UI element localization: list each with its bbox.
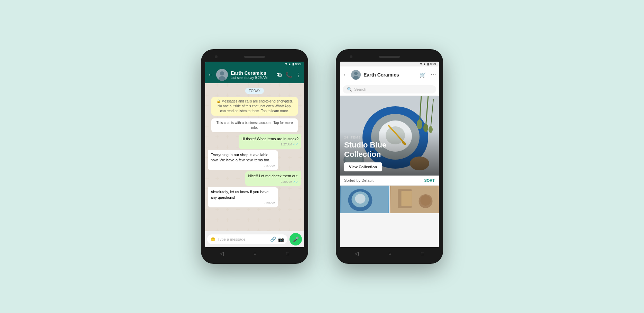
phone-top-bar-2: [340, 53, 439, 60]
msg-time-1: 9:27 AM ✓✓: [241, 142, 298, 147]
camera-1: [215, 55, 218, 58]
chat-body: TODAY 🔒 Messages and calls are end-to-en…: [205, 83, 304, 231]
products-grid: [340, 186, 439, 213]
svg-point-4: [354, 72, 358, 75]
msg-text: Absolutely, let us know if you have any …: [211, 189, 275, 200]
read-ticks: ✓✓: [293, 143, 298, 146]
mic-button[interactable]: 🎤: [289, 233, 302, 245]
msg-text: Everything in our shop is available now.…: [211, 152, 275, 163]
contact-name: Earth Ceramics: [231, 70, 274, 76]
message-input-field[interactable]: 🙂 Type a message... 🔗 📷: [207, 234, 287, 244]
msg-time-2: 9:27 AM: [211, 164, 275, 168]
msg-text: Nice!! Let me check them out.: [248, 173, 298, 179]
chat-header-info: Earth Ceramics last seen today 9:29 AM: [231, 70, 274, 80]
msg-time-4: 9:29 AM: [211, 201, 275, 205]
search-icon: 🔍: [347, 87, 352, 92]
shop-body: 24 ITEMS Studio BlueCollection View Coll…: [340, 96, 439, 247]
search-bar: 🔍 Search: [340, 83, 439, 96]
back-nav-icon-2[interactable]: ◁: [355, 251, 359, 256]
contact-avatar: [216, 69, 228, 81]
msg-received-1: Everything in our shop is available now.…: [208, 150, 278, 170]
svg-point-28: [355, 194, 366, 204]
cart-icon[interactable]: 🛒: [420, 71, 426, 78]
svg-point-33: [421, 195, 431, 206]
recents-nav-icon-2[interactable]: □: [421, 251, 424, 256]
camera-icon[interactable]: 📷: [278, 236, 284, 242]
bag-icon[interactable]: 🛍: [276, 72, 282, 78]
status-icons-1: ▾ ▲ ▮ 9:29: [285, 62, 301, 66]
signal-icon-2: ▲: [423, 62, 426, 66]
wifi-icon: ▾: [285, 62, 287, 66]
speaker-1: [244, 56, 265, 58]
chat-header-actions: 🛍 📞 ⋮: [276, 72, 301, 78]
collection-count: 24 ITEMS: [344, 136, 435, 139]
attach-icon[interactable]: 🔗: [270, 236, 276, 242]
shop-header: ← Earth Ceramics 🛒 ⋯: [340, 66, 439, 83]
search-placeholder: Search: [354, 87, 366, 91]
view-collection-button[interactable]: View Collection: [344, 162, 382, 171]
phone-top-bar-1: [205, 53, 304, 60]
speaker-2: [379, 56, 400, 58]
back-button[interactable]: ←: [208, 72, 213, 78]
sort-bar: Sorted by Default SORT: [340, 176, 439, 186]
status-icons-2: ▾ ▲ ▮ 9:29: [420, 62, 436, 66]
date-divider: TODAY: [208, 87, 301, 93]
svg-point-16: [417, 119, 422, 129]
time-display-2: 9:29: [430, 62, 436, 66]
business-notice[interactable]: This chat is with a business account. Ta…: [211, 118, 298, 132]
emoji-icon[interactable]: 🙂: [211, 237, 215, 242]
camera-2: [350, 55, 352, 58]
msg-sent-1: Hi there! What items are in stock? 9:27 …: [239, 134, 301, 149]
svg-point-17: [423, 124, 428, 132]
shop-name: Earth Ceramics: [364, 72, 417, 78]
contact-status: last seen today 9:29 AM: [231, 76, 274, 80]
phone-shop: ▾ ▲ ▮ 9:29 ← Earth Ceramics: [336, 49, 443, 264]
read-ticks-2: ✓✓: [293, 180, 298, 184]
chat-header: ← Earth Ceramics last seen today 9:29 AM…: [205, 66, 304, 83]
chat-input-bar: 🙂 Type a message... 🔗 📷 🎤: [205, 231, 304, 247]
collection-title: Studio BlueCollection: [344, 141, 435, 159]
phones-container: ▾ ▲ ▮ 9:29 ← Earth Ceramics: [201, 49, 443, 264]
input-placeholder: Type a message...: [218, 237, 249, 241]
phone-icon[interactable]: 📞: [285, 72, 292, 78]
status-bar-1: ▾ ▲ ▮ 9:29: [205, 62, 304, 66]
shop-more-icon[interactable]: ⋯: [431, 71, 436, 78]
phone-nav-2: ◁ ○ □: [340, 247, 439, 260]
phone-chat: ▾ ▲ ▮ 9:29 ← Earth Ceramics: [201, 49, 308, 264]
shop-avatar: [351, 70, 361, 80]
shop-back-button[interactable]: ←: [343, 72, 348, 78]
product-card-2[interactable]: [390, 186, 439, 213]
battery-icon-2: ▮: [427, 62, 429, 66]
encryption-notice[interactable]: 🔒 Messages and calls are end-to-end encr…: [211, 97, 298, 116]
svg-point-1: [220, 71, 224, 75]
time-display: 9:29: [295, 62, 301, 66]
back-nav-icon[interactable]: ◁: [220, 251, 224, 256]
msg-sent-2: Nice!! Let me check them out. 9:29 AM ✓✓: [245, 171, 301, 186]
wifi-icon-2: ▾: [420, 62, 422, 66]
sort-label: Sorted by Default: [344, 178, 374, 182]
svg-rect-31: [402, 191, 412, 206]
home-nav-icon-2[interactable]: ○: [388, 251, 391, 256]
collection-banner: 24 ITEMS Studio BlueCollection View Coll…: [340, 96, 439, 176]
signal-icon: ▲: [288, 62, 291, 66]
battery-icon: ▮: [292, 62, 294, 66]
shop-header-actions: 🛒 ⋯: [420, 71, 436, 78]
sort-button[interactable]: SORT: [424, 178, 435, 182]
home-nav-icon[interactable]: ○: [254, 251, 256, 256]
recents-nav-icon[interactable]: □: [286, 251, 289, 256]
msg-text: Hi there! What items are in stock?: [241, 136, 298, 142]
shop-screen: ▾ ▲ ▮ 9:29 ← Earth Ceramics: [340, 62, 439, 247]
product-card-1[interactable]: [340, 186, 389, 213]
msg-time-3: 9:29 AM ✓✓: [248, 180, 298, 184]
search-input[interactable]: 🔍 Search: [343, 85, 436, 93]
more-icon[interactable]: ⋮: [296, 72, 301, 78]
status-bar-2: ▾ ▲ ▮ 9:29: [340, 62, 439, 66]
chat-screen: ▾ ▲ ▮ 9:29 ← Earth Ceramics: [205, 62, 304, 247]
phone-nav-1: ◁ ○ □: [205, 247, 304, 260]
msg-received-2: Absolutely, let us know if you have any …: [208, 187, 278, 207]
collection-overlay: 24 ITEMS Studio BlueCollection View Coll…: [340, 132, 439, 176]
